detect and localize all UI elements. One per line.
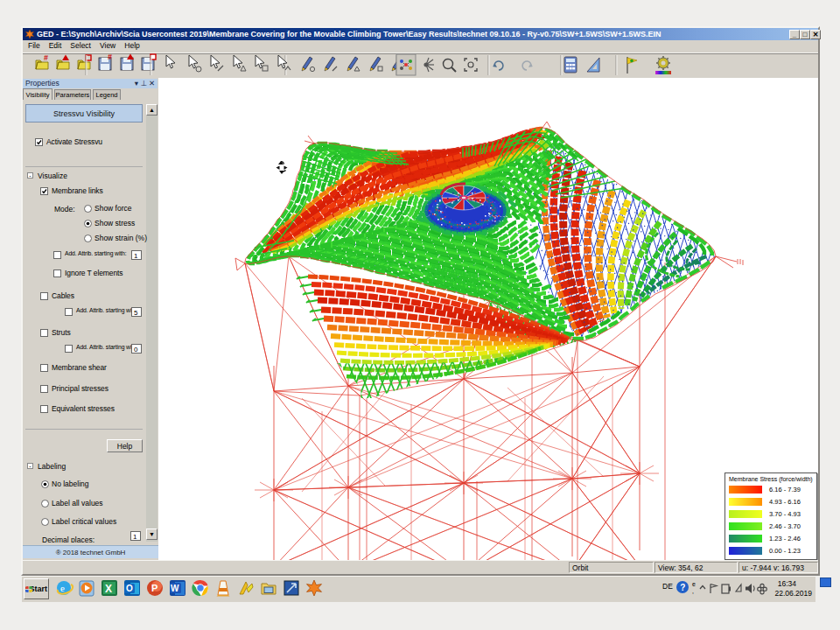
svg-text:?: ?	[680, 583, 685, 592]
svg-text:O: O	[126, 584, 133, 593]
svg-text:#: #	[108, 52, 112, 61]
svg-text:e: e	[60, 583, 65, 593]
svg-text:X: X	[105, 583, 112, 595]
svg-text:#: #	[44, 53, 48, 62]
svg-text:,: ,	[692, 588, 694, 594]
svg-text:P: P	[151, 583, 158, 593]
svg-text:W: W	[171, 584, 179, 593]
svg-text:e: e	[692, 581, 696, 587]
